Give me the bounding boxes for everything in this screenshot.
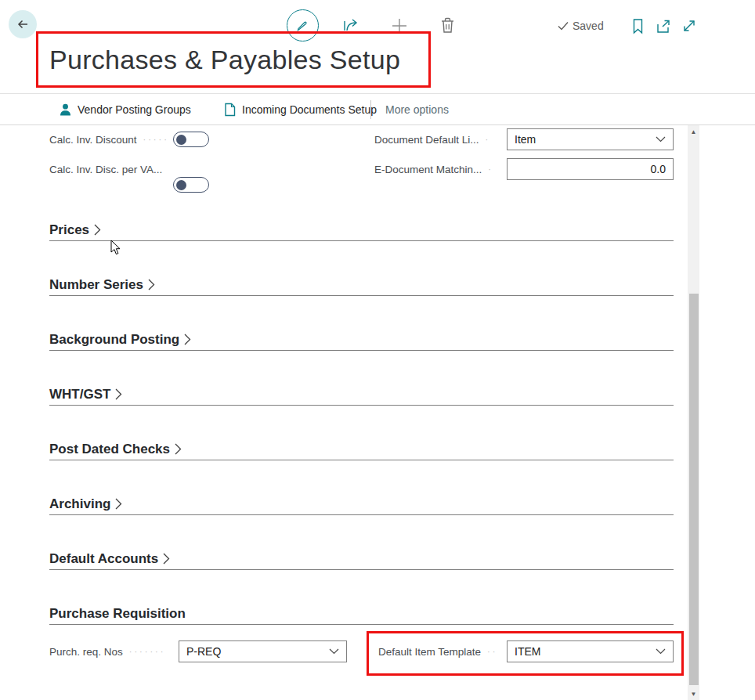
dropdown-value: Item [515, 133, 656, 146]
back-button[interactable] [9, 10, 37, 38]
menu-item-vendor-posting-groups[interactable]: Vendor Posting Groups [60, 94, 191, 124]
toggle-knob [176, 180, 186, 190]
chevron-down-icon [329, 648, 339, 655]
chevron-down-icon [656, 136, 666, 143]
section-header-purchase-requisition[interactable]: Purchase Requisition [49, 603, 674, 625]
chevron-right-icon [184, 334, 191, 345]
page-title: Purchases & Payables Setup [49, 45, 400, 75]
section-header-default-accounts[interactable]: Default Accounts [49, 548, 674, 570]
section-header-post-dated-checks[interactable]: Post Dated Checks [49, 438, 674, 460]
action-menu-bar: Vendor Posting Groups Incoming Documents… [0, 93, 755, 125]
expand-diagonal-icon [681, 18, 697, 34]
menu-item-label: Incoming Documents Setup [242, 103, 377, 116]
toggle-knob [176, 135, 186, 145]
popout-icon [656, 20, 673, 34]
person-icon [60, 103, 71, 116]
dropdown-document-default-line-type[interactable]: Item [507, 128, 674, 150]
scrollbar-thumb[interactable] [689, 294, 699, 685]
bookmark-icon [631, 18, 645, 34]
menu-item-label: Vendor Posting Groups [78, 103, 191, 116]
section-header-archiving[interactable]: Archiving [49, 493, 674, 515]
field-label-calc-inv-disc-per-vat: Calc. Inv. Disc. per VA... · [49, 158, 168, 180]
field-label-e-document-matching: E-Document Matchin... · [374, 158, 501, 180]
more-options-label: More options [385, 103, 449, 116]
section-header-prices[interactable]: Prices [49, 219, 674, 241]
input-e-document-matching [507, 158, 674, 180]
section-header-number-series[interactable]: Number Series [49, 274, 674, 296]
pencil-icon [295, 18, 310, 33]
document-icon [224, 103, 236, 117]
toggle-calc-inv-discount[interactable] [173, 132, 209, 147]
trash-icon [439, 16, 457, 35]
toggle-calc-inv-disc-per-vat[interactable] [173, 177, 209, 193]
field-label-calc-inv-discount: Calc. Inv. Discount ····· [49, 128, 168, 150]
expand-button[interactable] [681, 18, 697, 34]
purchases-payables-setup-page: Saved Purchases & Payables Setup [0, 0, 755, 700]
saved-label: Saved [573, 20, 604, 32]
chevron-right-icon [94, 224, 101, 236]
scrollbar-up-button[interactable]: ▲ [688, 125, 699, 138]
dropdown-value: ITEM [515, 645, 656, 658]
scrollbar-down-button[interactable]: ▼ [688, 687, 699, 700]
mouse-cursor [110, 240, 122, 256]
back-arrow-icon [15, 16, 31, 32]
chevron-right-icon [115, 388, 122, 400]
share-button[interactable] [342, 16, 361, 34]
open-in-new-window-button[interactable] [656, 20, 673, 34]
check-icon [558, 21, 569, 31]
chevron-right-icon [163, 553, 170, 565]
save-status: Saved [558, 20, 604, 32]
delete-button[interactable] [439, 16, 457, 35]
more-options-button[interactable]: More options [385, 94, 449, 124]
field-label-purch-req-nos: Purch. req. Nos ······· [49, 640, 173, 662]
chevron-right-icon [148, 279, 155, 290]
field-label-default-item-template: Default Item Template ·· [378, 640, 501, 662]
chevron-down-icon [656, 648, 666, 655]
edit-button[interactable] [287, 9, 319, 41]
menu-separator [370, 100, 371, 119]
menu-item-incoming-documents-setup[interactable]: Incoming Documents Setup [224, 94, 377, 124]
vertical-scrollbar[interactable]: ▲ ▼ [688, 125, 699, 700]
share-icon [342, 16, 361, 34]
chevron-right-icon [175, 443, 182, 455]
dropdown-purch-req-nos[interactable]: P-REQ [179, 640, 347, 662]
section-header-background-posting[interactable]: Background Posting [49, 329, 674, 351]
section-header-wht-gst[interactable]: WHT/GST [49, 384, 674, 406]
new-button[interactable] [390, 16, 409, 35]
dropdown-default-item-template[interactable]: ITEM [507, 640, 674, 662]
e-document-matching-input[interactable] [508, 159, 673, 179]
plus-icon [390, 16, 409, 35]
bookmark-button[interactable] [631, 18, 645, 34]
field-label-document-default-line-type: Document Default Li... · [374, 128, 501, 150]
dropdown-value: P-REQ [186, 645, 329, 658]
chevron-right-icon [115, 498, 122, 510]
